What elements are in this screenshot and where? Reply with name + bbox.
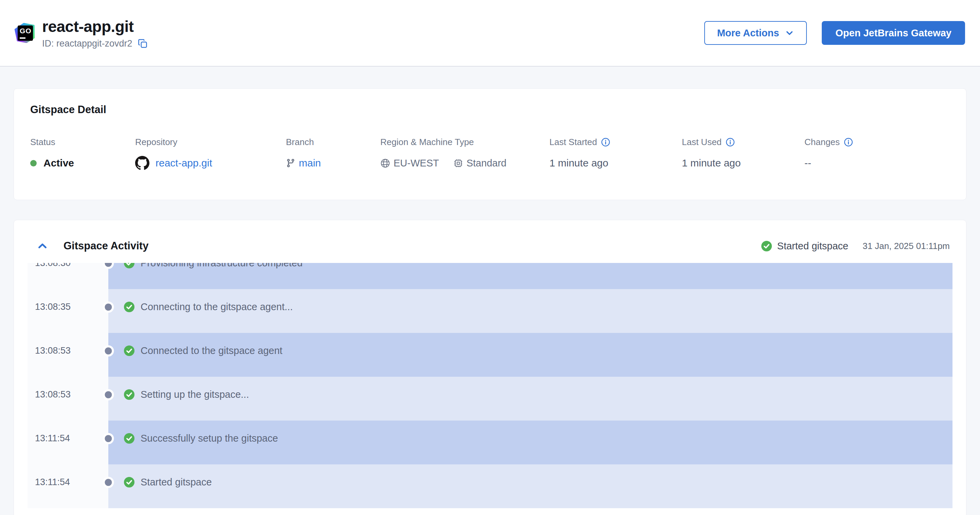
log-message: Connected to the gitspace agent <box>141 345 283 356</box>
copy-icon[interactable] <box>138 39 147 48</box>
log-timestamp: 13:08:53 <box>27 333 108 377</box>
goland-logo-underscore <box>20 37 25 39</box>
log-row: 13:08:53 Setting up the gitspace... <box>27 377 953 421</box>
changes-value: -- <box>805 156 950 171</box>
log-message: Successfully setup the gitspace <box>141 433 278 444</box>
timeline-dot-icon <box>103 345 114 356</box>
info-icon[interactable] <box>601 137 610 147</box>
last-used-label: Last Used <box>682 137 722 147</box>
check-circle-icon <box>124 346 134 356</box>
open-jetbrains-gateway-button[interactable]: Open JetBrains Gateway <box>822 21 965 45</box>
last-used-value: 1 minute ago <box>682 156 805 171</box>
timeline-dot-icon <box>103 477 114 488</box>
log-row: 13:08:53 Connected to the gitspace agent <box>27 333 953 377</box>
log-message: Connecting to the gitspace agent... <box>141 301 293 313</box>
collapse-chevron-up-icon[interactable] <box>37 241 48 251</box>
status-active-dot <box>30 160 37 166</box>
info-icon[interactable] <box>844 137 853 147</box>
log-message: Provisioning infrastructure completed <box>141 263 302 269</box>
activity-status-badge: Started gitspace <box>777 241 849 252</box>
chevron-down-icon <box>785 29 794 37</box>
git-branch-icon <box>286 158 296 168</box>
repository-label: Repository <box>135 137 286 147</box>
goland-logo-text: GO <box>20 27 31 34</box>
changes-label: Changes <box>805 137 840 147</box>
timeline-dot-icon <box>103 389 114 400</box>
last-started-label: Last Started <box>549 137 597 147</box>
timeline-dot-icon <box>103 433 114 444</box>
log-timestamp: 13:08:53 <box>27 377 108 421</box>
machine-type-value: Standard <box>466 158 507 169</box>
region-value: EU-WEST <box>394 158 439 169</box>
gitspace-activity-card: Gitspace Activity Started gitspace 31 Ja… <box>14 220 966 515</box>
page-title: react-app.git <box>42 18 147 36</box>
check-circle-icon <box>124 389 134 400</box>
github-icon <box>135 156 150 170</box>
log-row: 13:11:54 Successfully setup the gitspace <box>27 421 953 464</box>
check-circle-icon <box>124 477 134 488</box>
check-circle-icon <box>124 433 134 444</box>
activity-date: 31 Jan, 2025 01:11pm <box>862 241 950 251</box>
info-icon[interactable] <box>725 137 735 147</box>
goland-logo-plate: GO <box>18 26 33 41</box>
more-actions-label: More Actions <box>717 27 779 39</box>
log-message: Started gitspace <box>141 477 212 488</box>
check-circle-icon <box>761 241 772 251</box>
log-row: 13:08:35 Connecting to the gitspace agen… <box>27 289 953 333</box>
branch-link[interactable]: main <box>299 157 321 169</box>
check-circle-icon <box>124 302 134 312</box>
check-circle-icon <box>124 263 134 268</box>
gitspace-activity-title: Gitspace Activity <box>64 240 148 252</box>
timeline-dot-icon <box>103 301 114 313</box>
globe-icon <box>380 158 390 168</box>
status-value: Active <box>43 157 74 169</box>
more-actions-button[interactable]: More Actions <box>704 21 807 45</box>
log-timestamp: 13:11:54 <box>27 464 108 508</box>
repository-link[interactable]: react-app.git <box>156 157 212 169</box>
gitspace-id: ID: reactappgit-zovdr2 <box>42 38 132 49</box>
cpu-icon <box>453 158 463 168</box>
last-started-value: 1 minute ago <box>549 156 682 171</box>
gitspace-detail-title: Gitspace Detail <box>30 104 950 116</box>
log-row: 13:08:30 Provisioning infrastructure com… <box>27 263 953 289</box>
region-machine-label: Region & Machine Type <box>380 137 549 147</box>
gitspace-detail-card: Gitspace Detail Status Active Repository… <box>14 88 966 200</box>
log-timestamp: 13:08:30 <box>27 263 108 289</box>
log-timestamp: 13:08:35 <box>27 289 108 333</box>
goland-logo-icon: GO <box>15 23 35 43</box>
log-message: Setting up the gitspace... <box>141 389 249 400</box>
status-label: Status <box>30 137 135 147</box>
log-timestamp: 13:11:54 <box>27 421 108 464</box>
log-row: 13:11:54 Started gitspace <box>27 464 953 508</box>
app-header: GO react-app.git ID: reactappgit-zovdr2 … <box>0 0 980 67</box>
branch-label: Branch <box>286 137 380 147</box>
activity-log[interactable]: 13:08:30 Provisioning infrastructure com… <box>27 263 953 508</box>
